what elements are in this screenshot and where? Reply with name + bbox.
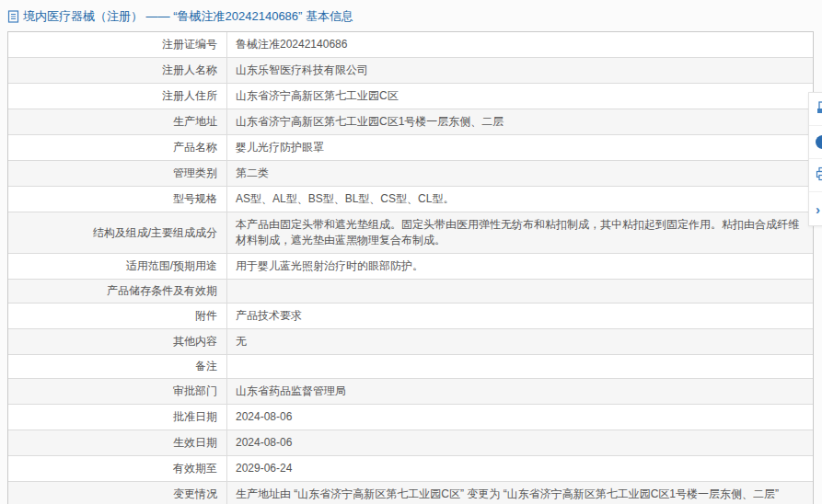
row-label: 结构及组成/主要组成成分: [8, 212, 227, 253]
print-icon: [816, 166, 822, 184]
table-row: 适用范围/预期用途 用于婴儿蓝光照射治疗时的眼部防护。: [8, 254, 813, 280]
row-label: 其他内容: [8, 329, 227, 354]
table-row: 产品名称 婴儿光疗防护眼罩: [8, 135, 813, 161]
compare-icon: [816, 100, 822, 118]
compare-tool-button[interactable]: [809, 93, 822, 126]
row-value: 山东省济宁高新区第七工业园C区1号楼一层东侧、二层: [227, 109, 813, 134]
row-value: 山东省济宁高新区第七工业园C区: [227, 84, 813, 109]
side-toolbar: ›: [808, 92, 822, 226]
row-label: 产品名称: [8, 135, 227, 160]
print-tool-button[interactable]: [809, 159, 822, 192]
row-label: 审批部门: [8, 379, 227, 404]
table-row: 型号规格 AS型、AL型、BS型、BL型、CS型、CL型。: [8, 187, 813, 212]
table-row: 产品储存条件及有效期: [8, 280, 813, 304]
row-value: 2024-08-06: [227, 430, 813, 455]
row-label: 注册人名称: [8, 58, 227, 83]
table-row: 生产地址 山东省济宁高新区第七工业园C区1号楼一层东侧、二层: [8, 109, 813, 135]
chevron-right-icon: ›: [816, 202, 820, 216]
row-label: 适用范围/预期用途: [8, 254, 227, 279]
table-row: 管理类别 第二类: [8, 161, 813, 187]
row-value: 用于婴儿蓝光照射治疗时的眼部防护。: [227, 254, 813, 279]
row-value: 鲁械注准20242140686: [227, 32, 813, 57]
row-label: 批准日期: [8, 405, 227, 430]
row-label: 附件: [8, 304, 227, 328]
row-value: 2024-08-06: [227, 405, 813, 430]
table-row: 注册人名称 山东乐智医疗科技有限公司: [8, 58, 813, 84]
row-value: [227, 362, 813, 372]
table-row: 审批部门 山东省药品监督管理局: [8, 379, 813, 405]
row-label: 生效日期: [8, 430, 227, 455]
row-label: 产品储存条件及有效期: [8, 280, 227, 303]
row-label: 有效期至: [8, 456, 227, 481]
table-row: 附件 产品技术要求: [8, 304, 813, 329]
row-label: 生产地址: [8, 109, 227, 134]
row-value: 本产品由固定头带和遮光垫组成。固定头带由医用弹性无纺布和粘扣制成，其中粘扣起到固…: [227, 212, 813, 253]
row-value: 山东乐智医疗科技有限公司: [227, 58, 813, 83]
table-row: 生效日期 2024-08-06: [8, 430, 813, 456]
table-row: 结构及组成/主要组成成分 本产品由固定头带和遮光垫组成。固定头带由医用弹性无纺布…: [8, 212, 813, 254]
table-row: 注册证编号 鲁械注准20242140686: [8, 32, 813, 58]
row-value: AS型、AL型、BS型、BL型、CS型、CL型。: [227, 187, 813, 212]
row-value: 生产地址由 “山东省济宁高新区第七工业园C区” 变更为 “山东省济宁高新区第七工…: [227, 482, 813, 504]
table-row: 注册人住所 山东省济宁高新区第七工业园C区: [8, 84, 813, 109]
row-value: 2029-06-24: [227, 456, 813, 481]
row-label: 注册证编号: [8, 32, 227, 57]
table-row: 批准日期 2024-08-06: [8, 405, 813, 430]
page-header: 境内医疗器械（注册） —— “鲁械注准20242140686” 基本信息: [0, 0, 822, 31]
collapse-toolbar-button[interactable]: ›: [809, 192, 822, 225]
row-label: 管理类别: [8, 161, 227, 186]
row-label: 变更情况: [8, 482, 227, 504]
info-icon: [816, 135, 822, 149]
page-title: 境内医疗器械（注册） —— “鲁械注准20242140686” 基本信息: [23, 8, 353, 25]
row-value: 山东省药品监督管理局: [227, 379, 813, 404]
info-tool-button[interactable]: [809, 126, 822, 159]
row-value: 第二类: [227, 161, 813, 186]
row-value: 无: [227, 329, 813, 354]
row-value: [227, 287, 813, 296]
document-icon: [7, 10, 19, 23]
table-row: 备注: [8, 355, 813, 379]
row-value: 婴儿光疗防护眼罩: [227, 135, 813, 160]
table-row: 变更情况 生产地址由 “山东省济宁高新区第七工业园C区” 变更为 “山东省济宁高…: [8, 482, 813, 504]
table-row: 有效期至 2029-06-24: [8, 456, 813, 482]
row-label: 注册人住所: [8, 84, 227, 109]
row-value: 产品技术要求: [227, 304, 813, 328]
registration-info-table: 注册证编号 鲁械注准20242140686 注册人名称 山东乐智医疗科技有限公司…: [7, 31, 814, 504]
row-label: 备注: [8, 355, 227, 378]
table-row: 其他内容 无: [8, 329, 813, 355]
row-label: 型号规格: [8, 187, 227, 212]
